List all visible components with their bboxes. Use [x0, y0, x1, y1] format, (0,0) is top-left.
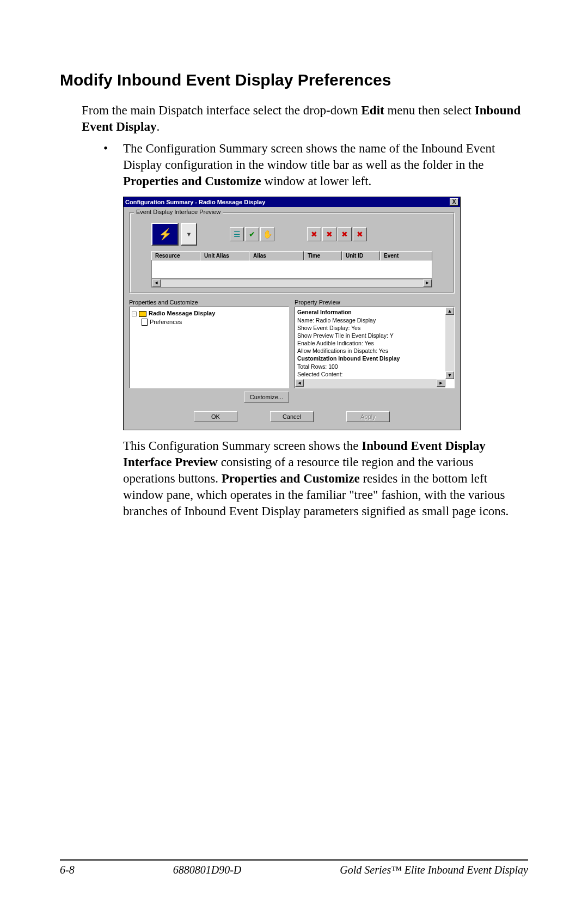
prop-line-4: Enable Audible Indication: Yes: [297, 339, 442, 347]
tree-child-label: Preferences: [150, 318, 182, 326]
col-alias[interactable]: Alias: [249, 251, 304, 260]
config-summary-window: Configuration Summary - Radio Message Di…: [123, 197, 461, 430]
scroll-right-icon-2[interactable]: ►: [437, 379, 445, 387]
scroll-right-icon[interactable]: ►: [423, 279, 432, 287]
delete-icon[interactable]: ✖: [307, 227, 321, 241]
delete-multi-icon[interactable]: ✖: [338, 227, 352, 241]
col-event[interactable]: Event: [380, 251, 432, 260]
properties-label: Properties and Customize: [129, 299, 289, 306]
bullet1-post: window at lower left.: [261, 174, 371, 188]
prop-v-scrollbar[interactable]: ▲ ▼: [445, 307, 454, 379]
col-unit-alias[interactable]: Unit Alias: [200, 251, 249, 260]
dialog-button-row: OK Cancel Apply: [124, 406, 460, 430]
tree-root-item[interactable]: − Radio Message Display: [132, 309, 286, 318]
page-icon: [142, 319, 148, 326]
preview-table-body: [151, 260, 432, 279]
col-unit-id[interactable]: Unit ID: [342, 251, 380, 260]
bullet-1: The Configuration Summary screen shows t…: [103, 141, 528, 190]
apply-button[interactable]: Apply: [346, 411, 390, 422]
bullet1-bold: Properties and Customize: [123, 174, 261, 188]
property-preview-panel: Property Preview General Information Nam…: [295, 299, 455, 402]
intro-post: .: [156, 120, 160, 133]
preview-groupbox: Event Display Interface Preview ⚡ ▼ ☰ ✔ …: [129, 212, 455, 294]
prop-line-9: Selected Content:: [297, 370, 442, 378]
delete-row-icon[interactable]: ✖: [322, 227, 336, 241]
prop-line-7: Customization Inbound Event Display: [297, 355, 442, 362]
collapse-icon[interactable]: −: [132, 312, 137, 316]
bullet2-pre: This Configuration Summary screen shows …: [123, 439, 362, 453]
property-preview-label: Property Preview: [295, 299, 455, 306]
check-icon[interactable]: ✔: [245, 227, 259, 241]
section-heading: Modify Inbound Event Display Preferences: [60, 71, 528, 89]
close-icon[interactable]: X: [450, 198, 458, 206]
preview-toolbar: ⚡ ▼ ☰ ✔ ✋ ✖ ✖ ✖ ✖: [135, 219, 449, 249]
prop-line-3: Show Preview Tile in Event Display: Y: [297, 332, 442, 339]
intro-paragraph: From the main Dispatch interface select …: [82, 102, 528, 135]
list-icon[interactable]: ☰: [230, 227, 244, 241]
property-preview-box[interactable]: General Information Name: Radio Message …: [295, 307, 455, 388]
resource-tile[interactable]: ⚡: [151, 223, 179, 246]
bullet-2: This Configuration Summary screen shows …: [103, 438, 528, 519]
intro-pre: From the main Dispatch interface select …: [82, 103, 362, 117]
preview-h-scrollbar[interactable]: ◄ ►: [151, 279, 432, 288]
page-footer: 6-8 6880801D90-D Gold Series™ Elite Inbo…: [60, 859, 528, 876]
tree-view[interactable]: − Radio Message Display Preferences: [129, 307, 289, 388]
prop-h-scrollbar[interactable]: ◄ ►: [295, 379, 445, 388]
product-name: Gold Series™ Elite Inbound Event Display: [340, 864, 528, 876]
intro-edit: Edit: [362, 103, 384, 117]
scroll-left-icon[interactable]: ◄: [152, 279, 161, 287]
col-time[interactable]: Time: [304, 251, 342, 260]
prop-line-5: Allow Modifications in Dispatch: Yes: [297, 347, 442, 355]
delete-all-icon[interactable]: ✖: [353, 227, 367, 241]
preview-table-header: Resource Unit Alias Alias Time Unit ID E…: [151, 251, 432, 260]
prop-line-8: Total Rows: 100: [297, 363, 442, 370]
doc-number: 6880801D90-D: [173, 864, 242, 876]
hand-icon[interactable]: ✋: [260, 227, 274, 241]
properties-panel: Properties and Customize − Radio Message…: [129, 299, 289, 402]
bullet1-pre: The Configuration Summary screen shows t…: [123, 142, 495, 172]
col-resource[interactable]: Resource: [151, 251, 200, 260]
preview-group-label: Event Display Interface Preview: [134, 209, 223, 215]
prop-line-1: Name: Radio Message Display: [297, 316, 442, 324]
titlebar: Configuration Summary - Radio Message Di…: [124, 197, 460, 207]
scroll-down-icon[interactable]: ▼: [445, 371, 454, 379]
ok-button[interactable]: OK: [194, 411, 237, 422]
intro-mid: menu then select: [384, 103, 475, 117]
dialog-screenshot: Configuration Summary - Radio Message Di…: [123, 197, 528, 430]
page-number: 6-8: [60, 864, 75, 876]
customize-button[interactable]: Customize...: [244, 392, 289, 402]
tree-child-item[interactable]: Preferences: [142, 318, 286, 326]
arrow-tile[interactable]: ▼: [181, 223, 197, 246]
window-title: Configuration Summary - Radio Message Di…: [125, 199, 265, 205]
folder-icon: [139, 311, 146, 317]
prop-line-0: General Information: [297, 308, 442, 316]
prop-line-2: Show Event Display: Yes: [297, 324, 442, 332]
down-arrow-icon: ▼: [186, 231, 192, 237]
cancel-button[interactable]: Cancel: [270, 411, 314, 422]
scroll-up-icon[interactable]: ▲: [445, 307, 454, 315]
bullet2-bold2: Properties and Customize: [222, 472, 360, 485]
tree-root-label: Radio Message Display: [149, 309, 215, 318]
scroll-left-icon-2[interactable]: ◄: [295, 379, 304, 387]
